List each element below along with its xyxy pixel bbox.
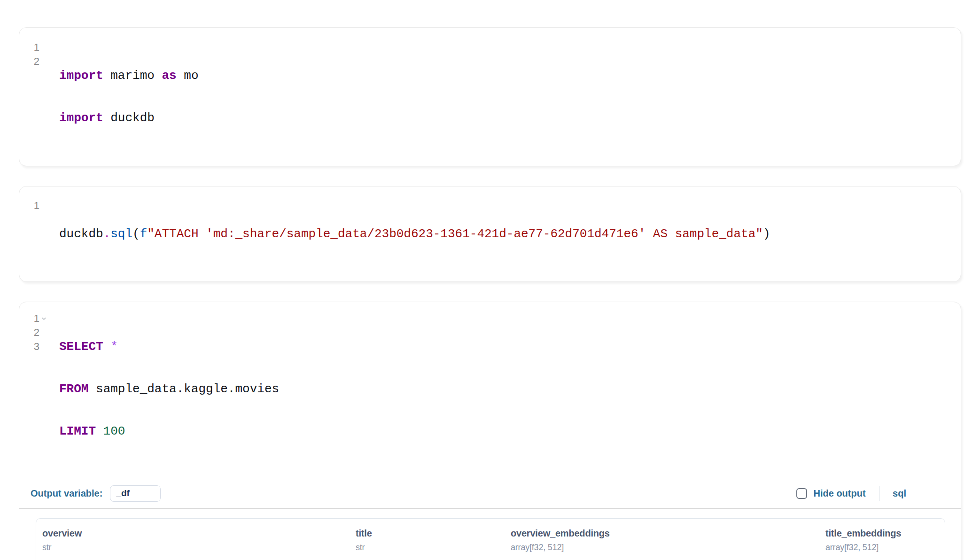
- column-header-overview-embeddings[interactable]: overview_embeddings array[f32, 512]: [511, 528, 825, 552]
- line-number: 2: [33, 326, 39, 340]
- fold-slot: [39, 342, 48, 351]
- code-token: import: [59, 111, 103, 125]
- code-token: .: [103, 227, 111, 241]
- code-cell-imports: 1 2 import marimo as mo import duckdb: [19, 27, 961, 166]
- language-badge[interactable]: sql: [893, 488, 906, 499]
- column-header-title-embeddings[interactable]: title_embeddings array[f32, 512]: [825, 528, 945, 552]
- code-token: ): [763, 227, 770, 241]
- hide-output-checkbox[interactable]: [796, 488, 807, 499]
- fold-slot: [39, 328, 48, 337]
- code-editor-sql[interactable]: SELECT * FROM sample_data.kaggle.movies …: [51, 311, 279, 467]
- column-header-overview[interactable]: overview str: [42, 528, 356, 552]
- code-cell-attach: 1 duckdb.sql(f"ATTACH 'md:_share/sample_…: [19, 186, 961, 282]
- fold-slot: [39, 57, 48, 66]
- code-token: LIMIT: [59, 424, 96, 438]
- code-token: duckdb: [103, 111, 155, 125]
- column-dtype: array[f32, 512]: [511, 543, 825, 552]
- hide-output-label[interactable]: Hide output: [814, 488, 866, 499]
- line-number: 2: [33, 54, 39, 69]
- line-number: 1: [33, 199, 39, 213]
- line-number: 1: [33, 311, 39, 326]
- table-header-row: overview str title str overview_embeddin…: [42, 519, 945, 560]
- column-dtype: str: [356, 543, 511, 552]
- code-editor-imports[interactable]: import marimo as mo import duckdb: [51, 40, 198, 153]
- code-token: as: [162, 69, 176, 83]
- toolbar-divider: [879, 486, 880, 501]
- fold-slot: [39, 202, 48, 210]
- notebook-page: 1 2 import marimo as mo import duckdb 1 …: [0, 0, 980, 560]
- column-name: overview: [42, 528, 356, 539]
- line-number-gutter: 1 2: [19, 40, 51, 153]
- code-token: "ATTACH 'md:_share/sample_data/23b0d623-…: [147, 227, 763, 241]
- code-token: mo: [177, 69, 199, 83]
- code-fold-chevron-icon[interactable]: [39, 314, 48, 323]
- sql-cell-toolbar: Output variable: Hide output sql: [19, 478, 961, 508]
- code-token: 100: [96, 424, 125, 438]
- column-name: title_embeddings: [825, 528, 945, 539]
- code-token: SELECT: [59, 340, 103, 354]
- output-variable-label: Output variable:: [31, 488, 102, 499]
- line-number-gutter: 1 2 3: [19, 311, 51, 467]
- line-number: 3: [33, 340, 39, 354]
- code-token: marimo: [103, 69, 162, 83]
- code-token: FROM: [59, 382, 88, 396]
- line-number: 1: [33, 40, 39, 54]
- column-name: overview_embeddings: [511, 528, 825, 539]
- column-header-title[interactable]: title str: [356, 528, 511, 552]
- column-dtype: str: [42, 543, 356, 552]
- code-token: f: [140, 227, 148, 241]
- code-editor-attach[interactable]: duckdb.sql(f"ATTACH 'md:_share/sample_da…: [51, 199, 770, 269]
- output-variable-input[interactable]: [110, 485, 161, 502]
- line-number-gutter: 1: [19, 199, 51, 269]
- code-token: (: [132, 227, 140, 241]
- fold-slot: [39, 43, 48, 52]
- code-token: import: [59, 69, 103, 83]
- code-token: sql: [110, 227, 132, 241]
- code-token: *: [103, 340, 118, 354]
- query-output: overview str title str overview_embeddin…: [19, 509, 961, 560]
- code-token: sample_data.kaggle.movies: [88, 382, 279, 396]
- results-table: overview str title str overview_embeddin…: [36, 518, 945, 560]
- code-token: duckdb: [59, 227, 103, 241]
- column-name: title: [356, 528, 511, 539]
- column-dtype: array[f32, 512]: [825, 543, 945, 552]
- sql-cell: 1 2 3 SELECT * FROM sample_data.kaggle.m…: [19, 302, 961, 560]
